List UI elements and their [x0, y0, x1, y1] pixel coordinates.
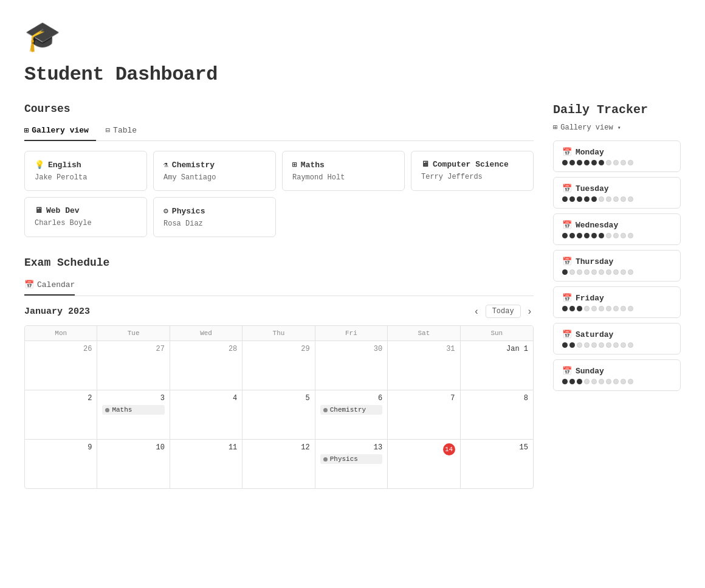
dot-empty [613, 269, 619, 275]
cell-date: 10 [102, 443, 164, 452]
course-teacher: Rosa Diaz [163, 220, 266, 228]
tracker-day-name: 📅 Saturday [562, 330, 672, 339]
calendar-cell[interactable]: Jan 1 [461, 341, 533, 390]
event-label: Chemistry [330, 406, 366, 413]
cell-date: 3 [102, 394, 164, 403]
course-card[interactable]: 🖥 Web Dev Charles Boyle [24, 197, 147, 237]
dot-empty [613, 379, 619, 384]
calendar-weeks: 262728293031Jan 123 Maths 456 Chemistry … [25, 341, 533, 488]
event-chip[interactable]: Maths [102, 405, 164, 415]
course-teacher: Raymond Holt [292, 173, 394, 182]
dot-filled [569, 342, 575, 348]
calendar-cell[interactable]: 3 Maths [97, 390, 170, 439]
course-card[interactable]: ⚙️ Physics Rosa Diaz [153, 197, 276, 237]
calendar-cell[interactable]: 7 [388, 390, 460, 439]
dot-filled [599, 233, 604, 238]
dot-filled [599, 160, 604, 165]
dot-empty [628, 196, 633, 202]
calendar-cell[interactable]: 6 Chemistry [315, 390, 388, 439]
calendar-cell[interactable]: 14 [388, 440, 460, 488]
event-dot [105, 408, 109, 412]
calendar-cell[interactable]: 8 [461, 390, 533, 439]
calendar-cell[interactable]: 5 [242, 390, 315, 439]
dot-empty [599, 269, 604, 275]
cell-date: 31 [393, 345, 455, 353]
cell-date: Jan 1 [466, 345, 528, 353]
prev-month-button[interactable]: ‹ [472, 305, 480, 318]
calendar-day-label: Sun [461, 326, 533, 341]
tab-calendar[interactable]: 📅 Calendar [24, 276, 75, 296]
calendar-cell[interactable]: 11 [170, 440, 242, 488]
event-label: Physics [330, 455, 358, 463]
calendar-cell[interactable]: 9 [25, 440, 97, 488]
course-teacher: Charles Boyle [35, 219, 137, 227]
dot-empty [584, 379, 590, 384]
calendar-day-label: Fri [315, 326, 388, 341]
today-button[interactable]: Today [486, 305, 521, 318]
calendar-cell[interactable]: 30 [315, 341, 388, 390]
dot-empty [628, 233, 633, 238]
tracker-day-card[interactable]: 📅 Tuesday [553, 177, 681, 209]
dot-empty [584, 306, 590, 311]
calendar-cell[interactable]: 13 Physics [315, 440, 388, 488]
dot-empty [621, 196, 626, 202]
calendar-grid: MonTueWedThuFriSatSun 262728293031Jan 12… [24, 325, 534, 489]
tracker-gallery-view[interactable]: ⊞ Gallery view ▾ [553, 123, 681, 132]
course-card[interactable]: 🖥 Computer Science Terry Jefferds [411, 151, 534, 191]
tracker-day-name: 📅 Wednesday [562, 220, 672, 230]
course-card[interactable]: ⚗️ Chemistry Amy Santiago [153, 151, 276, 191]
calendar-cell[interactable]: 29 [242, 341, 315, 390]
dot-filled [569, 379, 575, 384]
today-date: 14 [443, 443, 455, 455]
dot-empty [613, 342, 619, 348]
tracker-dots [562, 379, 672, 384]
tracker-day-card[interactable]: 📅 Sunday [553, 359, 681, 391]
course-card[interactable]: 💡 English Jake Perolta [24, 151, 147, 191]
next-month-button[interactable]: › [526, 305, 534, 318]
calendar-icon: 📅 [562, 184, 572, 193]
tracker-day-card[interactable]: 📅 Thursday [553, 250, 681, 282]
calendar-cell[interactable]: 2 [25, 390, 97, 439]
tracker-day-card[interactable]: 📅 Monday [553, 140, 681, 172]
calendar-cell[interactable]: 31 [388, 341, 460, 390]
tracker-day-card[interactable]: 📅 Saturday [553, 323, 681, 355]
tracker-day-card[interactable]: 📅 Wednesday [553, 213, 681, 245]
calendar-cell[interactable]: 12 [242, 440, 315, 488]
dot-filled [591, 196, 597, 202]
dot-filled [584, 233, 590, 238]
course-teacher: Terry Jefferds [421, 173, 523, 181]
dot-empty [621, 269, 626, 275]
event-chip[interactable]: Chemistry [320, 405, 382, 415]
dot-empty [606, 306, 611, 311]
calendar-nav: ‹ Today › [472, 305, 534, 318]
course-card[interactable]: ⊞ Maths Raymond Holt [282, 151, 405, 191]
dot-empty [606, 233, 611, 238]
calendar-cell[interactable]: 27 [97, 341, 170, 390]
tab-table-view[interactable]: ⊟ Table [106, 122, 144, 141]
dot-empty [606, 379, 611, 384]
cell-date: 7 [393, 394, 455, 403]
tracker-day-card[interactable]: 📅 Friday [553, 286, 681, 318]
event-chip[interactable]: Physics [320, 454, 382, 464]
tracker-cards: 📅 Monday 📅 Tuesday 📅 Wednesday 📅 Thursda… [553, 140, 681, 391]
course-icon: ⊞ [292, 160, 297, 170]
tab-gallery-view[interactable]: ⊞ Gallery view [24, 122, 96, 141]
tracker-day-name: 📅 Tuesday [562, 184, 672, 193]
calendar-cell[interactable]: 28 [170, 341, 242, 390]
cell-date: 27 [102, 345, 164, 353]
course-name: 🖥 Computer Science [421, 160, 523, 169]
tracker-dots [562, 342, 672, 348]
calendar-cell[interactable]: 10 [97, 440, 170, 488]
course-name: 🖥 Web Dev [35, 206, 137, 215]
cell-date: 15 [466, 443, 528, 452]
calendar-cell[interactable]: 26 [25, 341, 97, 390]
calendar-cell[interactable]: 4 [170, 390, 242, 439]
dot-empty [621, 342, 626, 348]
calendar-cell[interactable]: 15 [461, 440, 533, 488]
calendar-day-label: Mon [25, 326, 97, 341]
dot-empty [621, 160, 626, 165]
cell-date: 8 [466, 394, 528, 403]
tracker-day-name: 📅 Sunday [562, 366, 672, 376]
course-icon: 🖥 [421, 160, 429, 169]
dot-empty [606, 342, 611, 348]
